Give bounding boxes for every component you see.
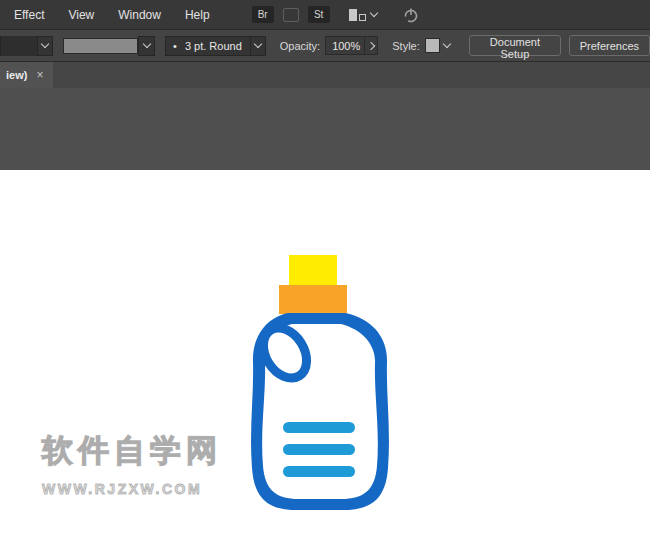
bottle-neck	[279, 285, 347, 314]
brush-dropdown[interactable]: • 3 pt. Round	[165, 36, 266, 56]
opacity-expand-button[interactable]	[365, 36, 378, 55]
preferences-button[interactable]: Preferences	[569, 35, 650, 56]
style-label: Style:	[392, 40, 420, 52]
stock-icon[interactable]: St	[308, 6, 330, 23]
menu-window[interactable]: Window	[118, 8, 161, 22]
chevron-down-icon	[142, 39, 150, 47]
label-stripe	[283, 422, 355, 433]
label-stripe	[283, 444, 355, 455]
chevron-down-icon	[443, 39, 451, 47]
label-stripe	[283, 466, 355, 477]
menu-view[interactable]: View	[68, 8, 94, 22]
style-dropdown-chevron[interactable]	[440, 36, 453, 56]
document-setup-button[interactable]: Document Setup	[469, 35, 561, 56]
illustrator-window: Effect View Window Help Br St • 3 pt. Ro…	[0, 0, 650, 553]
menu-effect[interactable]: Effect	[14, 8, 44, 22]
document-tab-label: iew)	[6, 69, 27, 81]
brush-value: 3 pt. Round	[177, 40, 250, 52]
pasteboard[interactable]	[0, 88, 650, 170]
menu-help[interactable]: Help	[185, 8, 210, 22]
dropdown-chevron-box	[37, 36, 52, 56]
document-tab[interactable]: iew) ×	[0, 62, 53, 88]
dropdown-chevron-box	[139, 36, 154, 56]
chevron-down-icon[interactable]	[369, 8, 377, 16]
control-bar: • 3 pt. Round Opacity: 100% Style: Docum…	[0, 29, 650, 62]
workspace-layout-icon[interactable]	[349, 9, 366, 21]
chevron-down-icon	[41, 39, 49, 47]
disabled-tool-icon	[283, 8, 299, 22]
variable-width-dropdown[interactable]	[0, 36, 53, 56]
dropdown-chevron-box	[250, 36, 265, 56]
chevron-down-icon	[254, 39, 262, 47]
share-power-icon[interactable]	[403, 6, 419, 24]
brush-definition-preview[interactable]	[63, 38, 138, 54]
variable-width-preview	[1, 36, 37, 56]
menu-bar: Effect View Window Help Br St	[0, 0, 650, 29]
detergent-bottle-artwork[interactable]	[240, 250, 400, 516]
bridge-icon[interactable]: Br	[252, 6, 274, 23]
brush-preview-dropdown[interactable]	[138, 36, 155, 56]
opacity-label: Opacity:	[280, 40, 320, 52]
document-tab-bar: iew) ×	[0, 62, 650, 88]
chevron-right-icon	[367, 41, 375, 49]
opacity-input[interactable]: 100%	[325, 36, 365, 55]
bottle-cap	[289, 255, 337, 285]
layout-rect-filled	[349, 9, 357, 21]
layout-rect-outline	[359, 14, 366, 21]
style-swatch[interactable]	[425, 38, 441, 53]
tab-close-icon[interactable]: ×	[36, 68, 43, 82]
